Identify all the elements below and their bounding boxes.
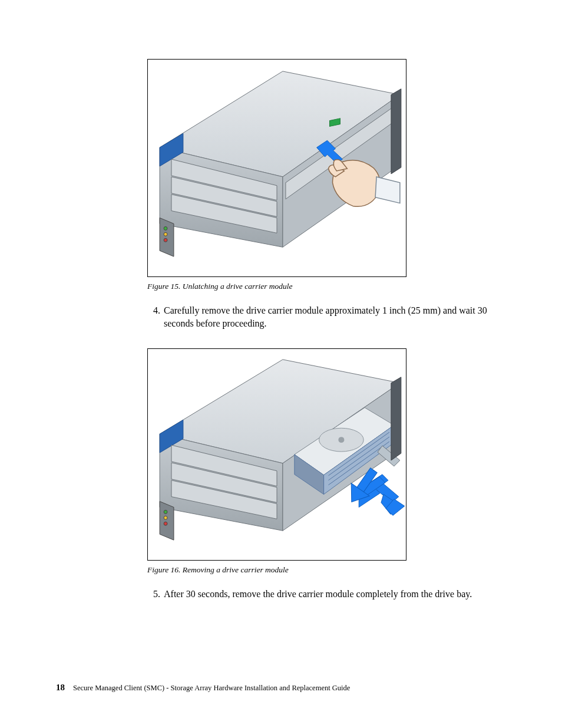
content-column: Figure 15. Unlatching a drive carrier mo… <box>147 59 513 601</box>
figure-16-caption: Figure 16. Removing a drive carrier modu… <box>147 565 513 575</box>
svg-marker-41 <box>160 502 174 541</box>
figure-16-illustration <box>148 349 406 560</box>
svg-point-44 <box>164 522 167 526</box>
svg-point-12 <box>164 232 167 236</box>
figure-16 <box>147 348 406 561</box>
svg-point-11 <box>164 226 167 230</box>
svg-marker-10 <box>160 218 174 257</box>
step-5-number: 5. <box>147 588 164 601</box>
step-4-text: Carefully remove the drive carrier modul… <box>164 304 513 330</box>
step-5: 5. After 30 seconds, remove the drive ca… <box>147 588 513 601</box>
page-number: 18 <box>56 683 65 693</box>
svg-point-43 <box>164 516 167 520</box>
step-5-text: After 30 seconds, remove the drive carri… <box>164 588 513 601</box>
figure-15-illustration <box>148 60 406 276</box>
footer-title: Secure Managed Client (SMC) - Storage Ar… <box>73 684 350 693</box>
svg-marker-45 <box>391 377 401 460</box>
document-page: Figure 15. Unlatching a drive carrier mo… <box>0 0 562 728</box>
svg-marker-14 <box>391 89 401 174</box>
figure-15 <box>147 59 406 277</box>
svg-point-42 <box>164 510 167 514</box>
step-4: 4. Carefully remove the drive carrier mo… <box>147 304 513 330</box>
svg-point-24 <box>338 437 344 443</box>
figure-15-caption: Figure 15. Unlatching a drive carrier mo… <box>147 282 513 291</box>
page-footer: 18 Secure Managed Client (SMC) - Storage… <box>56 683 350 693</box>
svg-point-13 <box>164 238 167 242</box>
step-4-number: 4. <box>147 304 164 330</box>
